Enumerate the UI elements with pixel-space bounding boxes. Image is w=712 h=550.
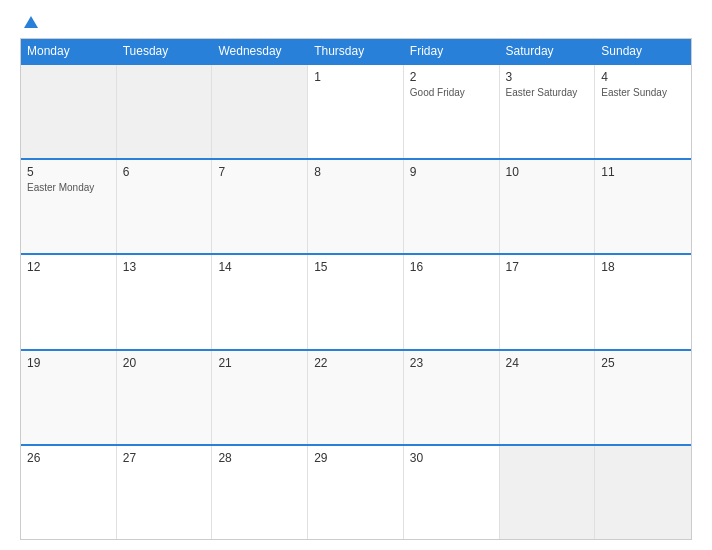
week-row-2: 5Easter Monday67891011 <box>21 158 691 253</box>
day-number: 21 <box>218 356 301 370</box>
day-header-saturday: Saturday <box>500 39 596 63</box>
day-cell <box>212 65 308 158</box>
day-number: 24 <box>506 356 589 370</box>
day-number: 16 <box>410 260 493 274</box>
day-cell: 25 <box>595 351 691 444</box>
day-cell: 7 <box>212 160 308 253</box>
day-number: 22 <box>314 356 397 370</box>
day-cell: 20 <box>117 351 213 444</box>
day-number: 13 <box>123 260 206 274</box>
day-cell: 24 <box>500 351 596 444</box>
day-number: 8 <box>314 165 397 179</box>
logo <box>20 16 38 28</box>
day-number: 12 <box>27 260 110 274</box>
day-cell <box>21 65 117 158</box>
day-cell: 19 <box>21 351 117 444</box>
day-header-friday: Friday <box>404 39 500 63</box>
day-cell: 26 <box>21 446 117 539</box>
day-number: 30 <box>410 451 493 465</box>
day-cell <box>595 446 691 539</box>
day-number: 6 <box>123 165 206 179</box>
day-number: 9 <box>410 165 493 179</box>
calendar: MondayTuesdayWednesdayThursdayFridaySatu… <box>20 38 692 540</box>
day-number: 19 <box>27 356 110 370</box>
day-number: 11 <box>601 165 685 179</box>
day-cell: 6 <box>117 160 213 253</box>
week-row-3: 12131415161718 <box>21 253 691 348</box>
day-number: 4 <box>601 70 685 84</box>
day-number: 7 <box>218 165 301 179</box>
day-number: 28 <box>218 451 301 465</box>
day-cell: 18 <box>595 255 691 348</box>
day-number: 3 <box>506 70 589 84</box>
day-cell: 15 <box>308 255 404 348</box>
logo-triangle-icon <box>24 16 38 28</box>
day-header-tuesday: Tuesday <box>117 39 213 63</box>
day-header-monday: Monday <box>21 39 117 63</box>
week-row-4: 19202122232425 <box>21 349 691 444</box>
day-cell: 22 <box>308 351 404 444</box>
day-event: Easter Sunday <box>601 86 685 99</box>
day-cell: 8 <box>308 160 404 253</box>
weeks-container: 12Good Friday3Easter Saturday4Easter Sun… <box>21 63 691 539</box>
week-row-1: 12Good Friday3Easter Saturday4Easter Sun… <box>21 63 691 158</box>
day-cell: 27 <box>117 446 213 539</box>
day-number: 10 <box>506 165 589 179</box>
day-number: 14 <box>218 260 301 274</box>
day-header-wednesday: Wednesday <box>212 39 308 63</box>
day-cell: 17 <box>500 255 596 348</box>
day-cell <box>117 65 213 158</box>
day-event: Easter Saturday <box>506 86 589 99</box>
day-cell: 12 <box>21 255 117 348</box>
day-cell: 21 <box>212 351 308 444</box>
day-header-sunday: Sunday <box>595 39 691 63</box>
day-cell: 10 <box>500 160 596 253</box>
day-number: 20 <box>123 356 206 370</box>
day-number: 17 <box>506 260 589 274</box>
day-cell: 16 <box>404 255 500 348</box>
page-header <box>20 16 692 28</box>
day-header-thursday: Thursday <box>308 39 404 63</box>
logo-blue-text <box>20 16 38 28</box>
day-cell: 1 <box>308 65 404 158</box>
week-row-5: 2627282930 <box>21 444 691 539</box>
day-cell: 29 <box>308 446 404 539</box>
day-number: 2 <box>410 70 493 84</box>
day-number: 26 <box>27 451 110 465</box>
day-number: 27 <box>123 451 206 465</box>
day-cell: 5Easter Monday <box>21 160 117 253</box>
day-cell: 30 <box>404 446 500 539</box>
day-number: 15 <box>314 260 397 274</box>
day-cell: 28 <box>212 446 308 539</box>
day-cell: 14 <box>212 255 308 348</box>
day-number: 29 <box>314 451 397 465</box>
day-cell: 23 <box>404 351 500 444</box>
day-number: 25 <box>601 356 685 370</box>
day-number: 23 <box>410 356 493 370</box>
day-number: 1 <box>314 70 397 84</box>
day-cell: 13 <box>117 255 213 348</box>
day-number: 5 <box>27 165 110 179</box>
day-number: 18 <box>601 260 685 274</box>
day-cell: 3Easter Saturday <box>500 65 596 158</box>
day-event: Good Friday <box>410 86 493 99</box>
day-cell: 9 <box>404 160 500 253</box>
day-cell: 11 <box>595 160 691 253</box>
day-cell: 4Easter Sunday <box>595 65 691 158</box>
day-cell <box>500 446 596 539</box>
day-event: Easter Monday <box>27 181 110 194</box>
day-headers-row: MondayTuesdayWednesdayThursdayFridaySatu… <box>21 39 691 63</box>
day-cell: 2Good Friday <box>404 65 500 158</box>
